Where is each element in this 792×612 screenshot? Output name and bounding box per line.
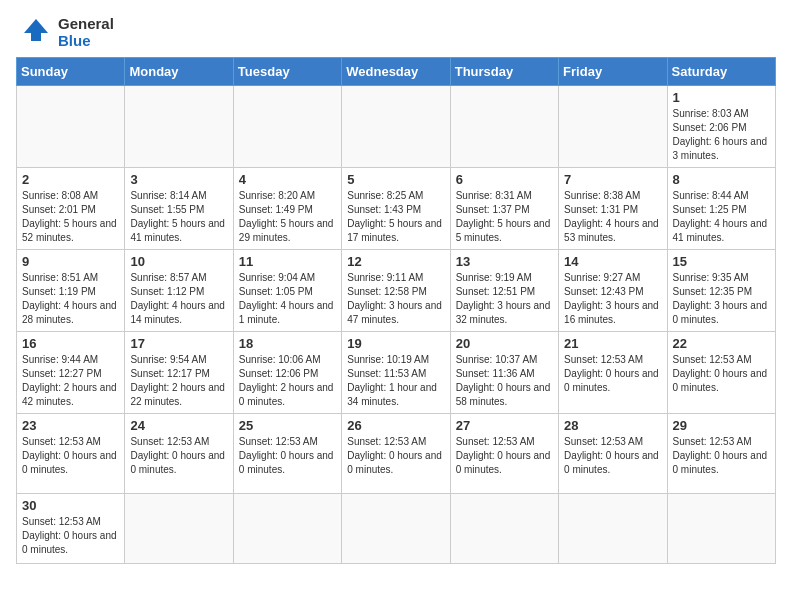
logo: General Blue: [16, 16, 114, 49]
day-number: 11: [239, 254, 336, 269]
calendar-cell: [125, 86, 233, 168]
day-info: Sunrise: 9:11 AM Sunset: 12:58 PM Daylig…: [347, 271, 444, 327]
calendar-cell: 18Sunrise: 10:06 AM Sunset: 12:06 PM Day…: [233, 332, 341, 414]
weekday-header: Tuesday: [233, 58, 341, 86]
day-info: Sunrise: 10:06 AM Sunset: 12:06 PM Dayli…: [239, 353, 336, 409]
calendar-cell: [125, 494, 233, 564]
calendar-cell: 20Sunrise: 10:37 AM Sunset: 11:36 AM Day…: [450, 332, 558, 414]
calendar-cell: [450, 86, 558, 168]
calendar-cell: [559, 494, 667, 564]
logo-container: General Blue: [16, 16, 114, 49]
calendar-cell: [559, 86, 667, 168]
calendar-cell: 25Sunset: 12:53 AM Daylight: 0 hours and…: [233, 414, 341, 494]
svg-rect-1: [31, 33, 41, 41]
day-info: Sunset: 12:53 AM Daylight: 0 hours and 0…: [564, 435, 661, 477]
day-number: 5: [347, 172, 444, 187]
calendar-cell: 26Sunset: 12:53 AM Daylight: 0 hours and…: [342, 414, 450, 494]
calendar-cell: 3Sunrise: 8:14 AM Sunset: 1:55 PM Daylig…: [125, 168, 233, 250]
calendar-cell: [667, 494, 775, 564]
calendar-cell: 5Sunrise: 8:25 AM Sunset: 1:43 PM Daylig…: [342, 168, 450, 250]
day-info: Sunrise: 8:44 AM Sunset: 1:25 PM Dayligh…: [673, 189, 770, 245]
day-info: Sunrise: 8:57 AM Sunset: 1:12 PM Dayligh…: [130, 271, 227, 327]
day-info: Sunset: 12:53 AM Daylight: 0 hours and 0…: [130, 435, 227, 477]
day-info: Sunset: 12:53 AM Daylight: 0 hours and 0…: [22, 435, 119, 477]
day-number: 16: [22, 336, 119, 351]
day-number: 3: [130, 172, 227, 187]
calendar-cell: 6Sunrise: 8:31 AM Sunset: 1:37 PM Daylig…: [450, 168, 558, 250]
calendar-cell: 16Sunrise: 9:44 AM Sunset: 12:27 PM Dayl…: [17, 332, 125, 414]
calendar-cell: [342, 86, 450, 168]
calendar-week-row: 30Sunset: 12:53 AM Daylight: 0 hours and…: [17, 494, 776, 564]
day-info: Sunrise: 10:19 AM Sunset: 11:53 AM Dayli…: [347, 353, 444, 409]
weekday-header: Thursday: [450, 58, 558, 86]
calendar-cell: [450, 494, 558, 564]
calendar-table: SundayMondayTuesdayWednesdayThursdayFrid…: [16, 57, 776, 564]
day-info: Sunset: 12:53 AM Daylight: 0 hours and 0…: [564, 353, 661, 395]
day-number: 22: [673, 336, 770, 351]
day-number: 1: [673, 90, 770, 105]
calendar-cell: 13Sunrise: 9:19 AM Sunset: 12:51 PM Dayl…: [450, 250, 558, 332]
day-number: 8: [673, 172, 770, 187]
calendar-cell: 17Sunrise: 9:54 AM Sunset: 12:17 PM Dayl…: [125, 332, 233, 414]
day-number: 20: [456, 336, 553, 351]
calendar-cell: 29Sunset: 12:53 AM Daylight: 0 hours and…: [667, 414, 775, 494]
calendar-cell: [233, 494, 341, 564]
day-number: 15: [673, 254, 770, 269]
calendar-cell: 10Sunrise: 8:57 AM Sunset: 1:12 PM Dayli…: [125, 250, 233, 332]
day-number: 2: [22, 172, 119, 187]
day-info: Sunrise: 8:14 AM Sunset: 1:55 PM Dayligh…: [130, 189, 227, 245]
day-number: 19: [347, 336, 444, 351]
calendar-cell: 21Sunset: 12:53 AM Daylight: 0 hours and…: [559, 332, 667, 414]
calendar-week-row: 9Sunrise: 8:51 AM Sunset: 1:19 PM Daylig…: [17, 250, 776, 332]
day-number: 29: [673, 418, 770, 433]
day-number: 24: [130, 418, 227, 433]
day-number: 6: [456, 172, 553, 187]
weekday-header: Friday: [559, 58, 667, 86]
calendar-cell: 30Sunset: 12:53 AM Daylight: 0 hours and…: [17, 494, 125, 564]
calendar-cell: 22Sunset: 12:53 AM Daylight: 0 hours and…: [667, 332, 775, 414]
day-number: 10: [130, 254, 227, 269]
day-info: Sunrise: 8:38 AM Sunset: 1:31 PM Dayligh…: [564, 189, 661, 245]
day-number: 12: [347, 254, 444, 269]
day-info: Sunset: 12:53 AM Daylight: 0 hours and 0…: [22, 515, 119, 557]
day-number: 21: [564, 336, 661, 351]
day-info: Sunrise: 9:27 AM Sunset: 12:43 PM Daylig…: [564, 271, 661, 327]
page-header: General Blue: [16, 16, 776, 49]
day-number: 18: [239, 336, 336, 351]
day-number: 23: [22, 418, 119, 433]
calendar-cell: 15Sunrise: 9:35 AM Sunset: 12:35 PM Dayl…: [667, 250, 775, 332]
logo-svg: [16, 17, 56, 49]
calendar-cell: 24Sunset: 12:53 AM Daylight: 0 hours and…: [125, 414, 233, 494]
day-number: 28: [564, 418, 661, 433]
day-info: Sunrise: 10:37 AM Sunset: 11:36 AM Dayli…: [456, 353, 553, 409]
calendar-cell: 11Sunrise: 9:04 AM Sunset: 1:05 PM Dayli…: [233, 250, 341, 332]
weekday-header: Monday: [125, 58, 233, 86]
calendar-cell: 4Sunrise: 8:20 AM Sunset: 1:49 PM Daylig…: [233, 168, 341, 250]
logo-blue: Blue: [58, 33, 114, 50]
day-info: Sunset: 12:53 AM Daylight: 0 hours and 0…: [347, 435, 444, 477]
calendar-cell: 27Sunset: 12:53 AM Daylight: 0 hours and…: [450, 414, 558, 494]
calendar-cell: 2Sunrise: 8:08 AM Sunset: 2:01 PM Daylig…: [17, 168, 125, 250]
calendar-cell: 12Sunrise: 9:11 AM Sunset: 12:58 PM Dayl…: [342, 250, 450, 332]
day-info: Sunrise: 8:31 AM Sunset: 1:37 PM Dayligh…: [456, 189, 553, 245]
calendar-cell: [342, 494, 450, 564]
calendar-cell: 14Sunrise: 9:27 AM Sunset: 12:43 PM Dayl…: [559, 250, 667, 332]
day-number: 14: [564, 254, 661, 269]
day-info: Sunset: 12:53 AM Daylight: 0 hours and 0…: [456, 435, 553, 477]
day-number: 4: [239, 172, 336, 187]
svg-marker-0: [24, 19, 48, 33]
day-info: Sunrise: 8:51 AM Sunset: 1:19 PM Dayligh…: [22, 271, 119, 327]
calendar-week-row: 2Sunrise: 8:08 AM Sunset: 2:01 PM Daylig…: [17, 168, 776, 250]
calendar-cell: 23Sunset: 12:53 AM Daylight: 0 hours and…: [17, 414, 125, 494]
calendar-cell: 28Sunset: 12:53 AM Daylight: 0 hours and…: [559, 414, 667, 494]
calendar-cell: 9Sunrise: 8:51 AM Sunset: 1:19 PM Daylig…: [17, 250, 125, 332]
day-info: Sunset: 12:53 AM Daylight: 0 hours and 0…: [673, 353, 770, 395]
day-number: 27: [456, 418, 553, 433]
day-info: Sunrise: 9:19 AM Sunset: 12:51 PM Daylig…: [456, 271, 553, 327]
day-number: 13: [456, 254, 553, 269]
day-number: 26: [347, 418, 444, 433]
weekday-header: Sunday: [17, 58, 125, 86]
weekday-header: Wednesday: [342, 58, 450, 86]
day-number: 17: [130, 336, 227, 351]
day-number: 30: [22, 498, 119, 513]
